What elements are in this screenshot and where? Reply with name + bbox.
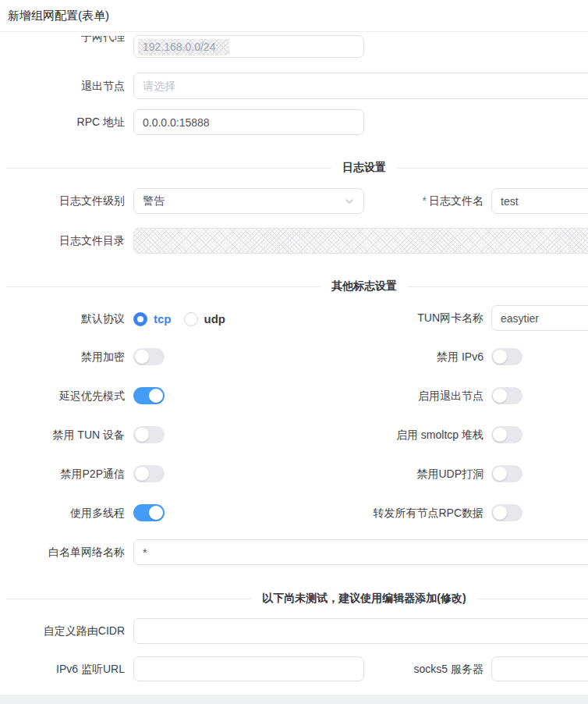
toggle-knob: [493, 467, 507, 481]
toggle-enable-smoltcp[interactable]: [491, 426, 522, 443]
field-label-enable-exit-node: 启用退出节点: [296, 387, 484, 404]
field-label-disable-tun: 禁用 TUN 设备: [0, 426, 125, 443]
field-label-protocol: 默认协议: [0, 306, 125, 332]
subnet-proxy-input: 192.168.0.0/24: [133, 35, 364, 58]
divider-line: [408, 286, 588, 287]
rpc-addr-input[interactable]: [133, 109, 364, 135]
toggle-disable-tun[interactable]: [133, 426, 165, 443]
divider-line: [6, 168, 331, 169]
field-label-relay-all-rpc: 转发所有节点RPC数据: [296, 504, 484, 521]
radio-option-label: tcp: [154, 312, 172, 325]
field-label-whitelist: 白名单网络名称: [0, 539, 125, 565]
section-title-flags: 其他标志设置: [331, 279, 397, 293]
section-divider-flags: 其他标志设置: [6, 279, 588, 294]
log-dir-input: [133, 228, 588, 254]
divider-line: [397, 168, 588, 169]
log-file-input[interactable]: [491, 188, 588, 214]
field-label-tun-name: TUN网卡名称: [296, 305, 484, 331]
network-config-form-page: 新增组网配置(表单) 子网代理 192.168.0.0/24 退出节点 RPC …: [0, 0, 588, 704]
radio-icon: [184, 312, 198, 326]
whitelist-input[interactable]: [133, 539, 588, 565]
exit-node-input[interactable]: [133, 73, 588, 99]
toggle-knob: [149, 506, 163, 520]
field-label-socks5: socks5 服务器: [296, 656, 484, 682]
field-label-multi-thread: 使用多线程: [0, 504, 125, 521]
toggle-relay-all-rpc[interactable]: [491, 504, 522, 521]
required-asterisk: *: [423, 194, 427, 207]
divider-line: [6, 286, 321, 287]
toggle-knob: [135, 428, 149, 442]
routes-input[interactable]: [133, 618, 588, 644]
radio-option-tcp[interactable]: tcp: [133, 312, 172, 326]
toggle-enable-exit-node[interactable]: [491, 387, 522, 404]
toggle-knob: [135, 467, 149, 481]
field-label-routes: 自定义路由CIDR: [0, 618, 125, 644]
field-label-log-file: *日志文件名: [296, 188, 484, 214]
radio-icon: [133, 312, 147, 326]
toggle-knob: [493, 389, 507, 403]
toggle-disable-encryption[interactable]: [133, 348, 165, 365]
toggle-latency-first[interactable]: [133, 387, 165, 404]
divider-line: [477, 599, 588, 599]
radio-option-udp[interactable]: udp: [184, 312, 226, 326]
horizontal-scrollbar[interactable]: [0, 695, 588, 704]
toggle-knob: [493, 506, 507, 520]
section-title-untested: 以下尚未测试，建议使用编辑器添加(修改): [262, 592, 466, 606]
divider-line: [6, 599, 251, 599]
field-label-disable-udp-hole-punching: 禁用UDP打洞: [296, 465, 484, 482]
toggle-knob: [135, 350, 149, 364]
field-label-latency-first: 延迟优先模式: [0, 387, 125, 404]
field-label-disable-ipv6: 禁用 IPv6: [296, 348, 484, 365]
page-title: 新增组网配置(表单): [8, 9, 109, 23]
field-label-disable-p2p: 禁用P2P通信: [0, 465, 125, 482]
toggle-disable-p2p[interactable]: [133, 465, 165, 482]
protocol-radio-group: tcp udp: [133, 306, 238, 332]
page-header: 新增组网配置(表单): [0, 0, 588, 32]
radio-option-label: udp: [204, 312, 226, 325]
toggle-disable-udp-hole-punching[interactable]: [491, 465, 522, 482]
field-label-disable-encryption: 禁用加密: [0, 348, 125, 365]
section-title-log: 日志设置: [342, 161, 386, 175]
section-divider-untested: 以下尚未测试，建议使用编辑器添加(修改): [6, 591, 588, 606]
field-label-enable-smoltcp: 启用 smoltcp 堆栈: [296, 426, 484, 443]
field-label-log-dir: 日志文件目录: [0, 228, 125, 254]
tun-name-input[interactable]: [491, 305, 588, 331]
toggle-knob: [493, 350, 507, 364]
toggle-multi-thread[interactable]: [133, 504, 165, 521]
toggle-disable-ipv6[interactable]: [491, 348, 522, 365]
disabled-value-chip: 192.168.0.0/24: [138, 39, 229, 55]
toggle-knob: [493, 428, 507, 442]
field-label-log-level: 日志文件级别: [0, 188, 125, 214]
field-label-rpc-addr: RPC 地址: [0, 109, 125, 135]
field-label-exit-node: 退出节点: [0, 73, 125, 99]
log-level-selected-value: 警告: [143, 194, 165, 208]
socks5-input[interactable]: [491, 656, 588, 681]
field-label-ipv6-listener: IPv6 监听URL: [0, 656, 125, 682]
section-divider-log: 日志设置: [6, 160, 588, 176]
toggle-knob: [149, 389, 163, 403]
field-label-subnet-proxy: 子网代理: [0, 36, 125, 46]
